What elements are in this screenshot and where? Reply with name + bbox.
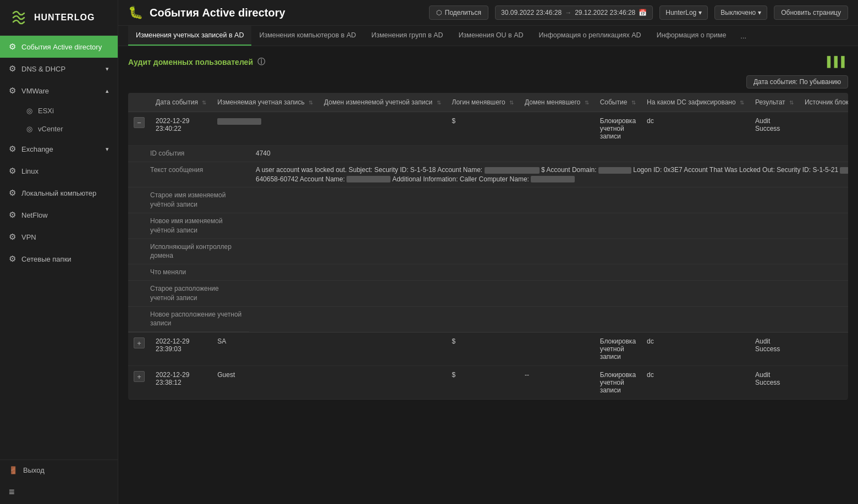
cell-login: $: [447, 366, 519, 400]
cell-result: Audit Success: [750, 366, 799, 400]
esxi-icon: ◎: [26, 107, 32, 115]
date-from: 30.09.2022 23:46:28: [501, 9, 562, 16]
sidebar-item-logout[interactable]: 🚪 Выход: [0, 460, 118, 480]
date-to: 29.12.2022 23:46:28: [575, 9, 635, 16]
cell-date: 2022-12-29 23:39:03: [150, 333, 212, 366]
col-event[interactable]: Событие ⇅: [595, 93, 641, 112]
sort-arrows-icon: ⇅: [631, 99, 636, 106]
cell-source: [799, 333, 848, 366]
calendar-icon: 📅: [639, 9, 647, 16]
col-domain-account[interactable]: Домен изменяемой учетной записи ⇅: [318, 93, 447, 112]
status-dropdown[interactable]: Выключено ▾: [714, 5, 767, 20]
sidebar-item-label: Сетевые папки: [21, 255, 72, 263]
cell-dc: dc: [641, 333, 750, 366]
sidebar-item-linux[interactable]: ⚙ Linux: [0, 160, 118, 182]
sidebar-item-vmware[interactable]: ⚙ VMWare ▴: [0, 80, 118, 102]
cell-domain-account: [318, 112, 447, 146]
page-header-icon: 🐛: [128, 5, 143, 20]
cell-result: Audit Success: [750, 112, 799, 146]
tab-ellipsis[interactable]: ...: [735, 26, 752, 46]
sort-button[interactable]: Дата события: По убыванию: [746, 75, 848, 88]
local-computer-icon: ⚙: [9, 188, 16, 198]
col-source[interactable]: Источник блокировки учетной записи ⇅: [799, 93, 848, 112]
share-button[interactable]: ⬡ Поделиться: [429, 5, 488, 20]
app-logo-text: HUNTERLOG: [34, 13, 95, 23]
chevron-down-icon: ▾: [758, 9, 761, 16]
source-dropdown[interactable]: HunterLog ▾: [659, 5, 708, 20]
sort-arrows-icon: ⇅: [437, 99, 441, 106]
detail-value-new-location: [249, 307, 848, 333]
main-area: 🐛 События Active directory ⬡ Поделиться …: [118, 0, 858, 504]
vpn-icon: ⚙: [9, 232, 16, 242]
cell-event: Блокировка учетной записи: [595, 112, 641, 146]
cell-account: SA: [212, 333, 318, 366]
expand-button[interactable]: +: [134, 371, 145, 382]
vcenter-icon: ◎: [26, 125, 32, 133]
folder-icon: ⚙: [9, 254, 16, 264]
refresh-button[interactable]: Обновить страницу: [774, 5, 848, 20]
table-row: + 2022-12-29 23:39:03 SA $ Блокировка уч…: [128, 333, 848, 366]
cell-login: $: [447, 333, 519, 366]
sidebar-item-esxi[interactable]: ◎ ESXi: [18, 102, 118, 120]
section-title-area: Аудит доменных пользователей ⓘ ▌▌▌: [128, 56, 848, 68]
sidebar-item-label: Локальный компьютер: [21, 189, 96, 197]
data-table: Дата события ⇅ Изменяемая учетная запись…: [128, 93, 848, 400]
info-icon[interactable]: ⓘ: [257, 57, 265, 67]
detail-label-old-name: Старое имя изменяемой учётной записи: [128, 187, 249, 213]
col-result[interactable]: Результат ⇅: [750, 93, 799, 112]
cell-dc: dc: [641, 112, 750, 146]
vmware-icon: ⚙: [9, 86, 16, 96]
detail-value-event-id: 4740: [249, 146, 848, 162]
sort-arrows-icon: ⇅: [585, 99, 589, 106]
sidebar-footer: 🚪 Выход ≡: [0, 459, 118, 504]
sidebar-item-label: Exchange: [21, 145, 53, 153]
sidebar-item-label: vCenter: [38, 125, 63, 133]
expand-button[interactable]: −: [134, 117, 145, 128]
cell-source: [799, 366, 848, 400]
tab-more[interactable]: Информация о приме: [649, 26, 734, 46]
col-account[interactable]: Изменяемая учетная запись ⇅: [212, 93, 318, 112]
logout-label: Выход: [23, 466, 45, 474]
cell-domain-account: [318, 366, 447, 400]
chevron-down-icon: ▾: [698, 9, 702, 16]
sidebar-item-dns-dhcp[interactable]: ⚙ DNS & DHCP ▾: [0, 58, 118, 80]
detail-label-event-id: ID события: [128, 146, 249, 162]
sidebar-item-vpn[interactable]: ⚙ VPN: [0, 226, 118, 248]
date-range-picker[interactable]: 30.09.2022 23:46:28 → 29.12.2022 23:46:2…: [495, 5, 653, 20]
cell-source: [799, 112, 848, 146]
expand-button[interactable]: +: [134, 337, 145, 348]
tab-groups[interactable]: Изменения групп в AD: [364, 26, 450, 46]
col-domain-changer[interactable]: Домен менявшего ⇅: [519, 93, 595, 112]
sidebar-item-exchange[interactable]: ⚙ Exchange ▾: [0, 138, 118, 160]
detail-label-new-name: Новое имя изменяемой учётной записи: [128, 213, 249, 239]
ad-icon: ⚙: [9, 42, 16, 52]
sidebar-item-label: События Active directory: [21, 43, 102, 51]
col-login[interactable]: Логин менявшего ⇅: [447, 93, 519, 112]
page-header: 🐛 События Active directory ⬡ Поделиться …: [118, 0, 858, 26]
sidebar-item-vcenter[interactable]: ◎ vCenter: [18, 120, 118, 138]
col-dc[interactable]: На каком DC зафиксировано ⇅: [641, 93, 750, 112]
chart-icon[interactable]: ▌▌▌: [827, 56, 848, 68]
sidebar-item-local-computer[interactable]: ⚙ Локальный компьютер: [0, 182, 118, 204]
sidebar-item-network-folders[interactable]: ⚙ Сетевые папки: [0, 248, 118, 270]
tab-computers[interactable]: Изменения компьютеров в AD: [251, 26, 364, 46]
sidebar-logo: HUNTERLOG: [0, 0, 118, 36]
sidebar-item-netflow[interactable]: ⚙ NetFlow: [0, 204, 118, 226]
sidebar-item-menu[interactable]: ≡: [0, 480, 118, 504]
tab-accounts[interactable]: Изменения учетных записей в AD: [128, 26, 251, 46]
sort-arrows-icon: ⇅: [202, 99, 206, 106]
tab-ou[interactable]: Изменения OU в AD: [451, 26, 531, 46]
section-title-text: Аудит доменных пользователей: [128, 58, 253, 67]
cell-expand: +: [128, 366, 150, 400]
expanded-content: ID события 4740 Текст сообщения A user a…: [128, 146, 848, 333]
expanded-detail-cell: ID события 4740 Текст сообщения A user a…: [128, 146, 848, 333]
col-expand: [128, 93, 150, 112]
col-date[interactable]: Дата события ⇅: [150, 93, 212, 112]
sidebar-item-active-directory[interactable]: ⚙ События Active directory: [0, 36, 118, 58]
cell-date: 2022-12-29 23:40:22: [150, 112, 212, 146]
sidebar-item-label: NetFlow: [21, 211, 48, 219]
chevron-down-icon: ▾: [106, 65, 109, 73]
table-header-row: Дата события ⇅ Изменяемая учетная запись…: [128, 93, 848, 112]
source-label: HunterLog: [666, 9, 696, 16]
tab-replication[interactable]: Информация о репликациях AD: [531, 26, 649, 46]
